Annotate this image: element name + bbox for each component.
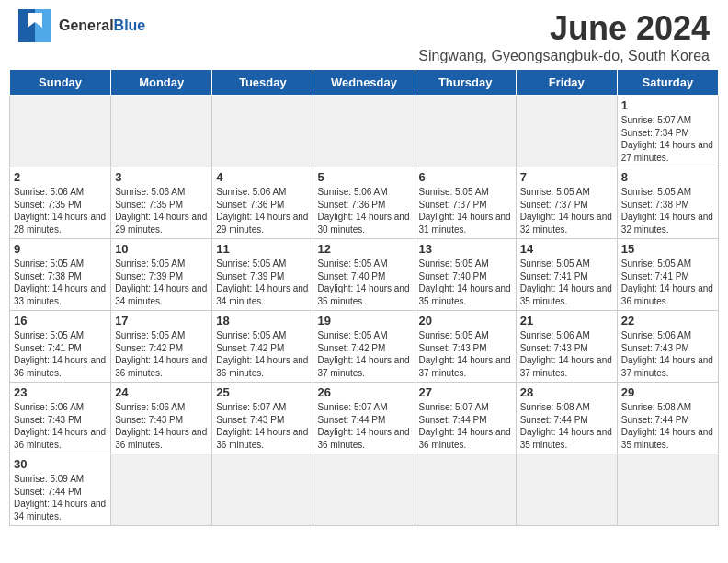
day-cell: 8Sunrise: 5:05 AMSunset: 7:38 PMDaylight…: [617, 167, 718, 239]
day-cell: 12Sunrise: 5:05 AMSunset: 7:40 PMDayligh…: [313, 239, 415, 311]
logo-text: GeneralBlue: [59, 17, 145, 34]
logo-icon: [18, 9, 51, 42]
day-info: Sunrise: 5:06 AMSunset: 7:35 PMDaylight:…: [115, 186, 208, 236]
day-info: Sunrise: 5:06 AMSunset: 7:43 PMDaylight:…: [115, 401, 208, 451]
day-info: Sunrise: 5:05 AMSunset: 7:41 PMDaylight:…: [520, 258, 613, 307]
week-row-2: 9Sunrise: 5:05 AMSunset: 7:38 PMDaylight…: [10, 239, 719, 311]
day-cell: 18Sunrise: 5:05 AMSunset: 7:42 PMDayligh…: [212, 311, 313, 383]
day-cell: 29Sunrise: 5:08 AMSunset: 7:44 PMDayligh…: [617, 383, 718, 454]
day-header-friday: Friday: [516, 70, 617, 96]
day-number: 14: [520, 242, 613, 256]
day-number: 29: [621, 385, 714, 399]
day-info: Sunrise: 5:06 AMSunset: 7:43 PMDaylight:…: [14, 401, 107, 451]
day-cell: 22Sunrise: 5:06 AMSunset: 7:43 PMDayligh…: [617, 311, 718, 383]
day-info: Sunrise: 5:06 AMSunset: 7:43 PMDaylight:…: [621, 329, 714, 379]
day-cell: [212, 454, 313, 526]
day-cell: 28Sunrise: 5:08 AMSunset: 7:44 PMDayligh…: [516, 383, 617, 454]
day-cell: 1Sunrise: 5:07 AMSunset: 7:34 PMDaylight…: [617, 96, 718, 167]
day-number: 20: [419, 314, 512, 327]
day-number: 2: [14, 170, 107, 184]
day-info: Sunrise: 5:06 AMSunset: 7:36 PMDaylight:…: [216, 186, 309, 236]
day-info: Sunrise: 5:05 AMSunset: 7:38 PMDaylight:…: [621, 186, 714, 236]
day-header-row: SundayMondayTuesdayWednesdayThursdayFrid…: [10, 70, 719, 96]
page-header: GeneralBlue June 2024 Singwang, Gyeongsa…: [0, 0, 728, 69]
day-number: 6: [419, 170, 512, 184]
day-number: 18: [216, 314, 309, 327]
week-row-3: 16Sunrise: 5:05 AMSunset: 7:41 PMDayligh…: [10, 311, 719, 383]
day-info: Sunrise: 5:05 AMSunset: 7:39 PMDaylight:…: [115, 258, 208, 307]
day-cell: 11Sunrise: 5:05 AMSunset: 7:39 PMDayligh…: [212, 239, 313, 311]
day-info: Sunrise: 5:08 AMSunset: 7:44 PMDaylight:…: [621, 401, 714, 451]
day-number: 8: [621, 170, 714, 184]
day-cell: 17Sunrise: 5:05 AMSunset: 7:42 PMDayligh…: [111, 311, 212, 383]
day-cell: [415, 454, 516, 526]
day-cell: 30Sunrise: 5:09 AMSunset: 7:44 PMDayligh…: [10, 454, 111, 526]
day-cell: 7Sunrise: 5:05 AMSunset: 7:37 PMDaylight…: [516, 167, 617, 239]
day-number: 30: [14, 457, 107, 471]
day-info: Sunrise: 5:05 AMSunset: 7:42 PMDaylight:…: [115, 329, 208, 379]
day-cell: 6Sunrise: 5:05 AMSunset: 7:37 PMDaylight…: [415, 167, 516, 239]
day-number: 9: [14, 242, 107, 256]
day-cell: 13Sunrise: 5:05 AMSunset: 7:40 PMDayligh…: [415, 239, 516, 311]
calendar-table: SundayMondayTuesdayWednesdayThursdayFrid…: [9, 69, 719, 526]
day-info: Sunrise: 5:06 AMSunset: 7:36 PMDaylight:…: [317, 186, 410, 236]
day-number: 10: [115, 242, 208, 256]
day-header-thursday: Thursday: [415, 70, 516, 96]
day-number: 22: [621, 314, 714, 327]
day-number: 3: [115, 170, 208, 184]
day-info: Sunrise: 5:05 AMSunset: 7:37 PMDaylight:…: [520, 186, 613, 236]
week-row-1: 2Sunrise: 5:06 AMSunset: 7:35 PMDaylight…: [10, 167, 719, 239]
day-cell: [313, 96, 415, 167]
day-info: Sunrise: 5:06 AMSunset: 7:43 PMDaylight:…: [520, 329, 613, 379]
day-cell: [617, 454, 718, 526]
logo: GeneralBlue: [18, 9, 145, 42]
day-info: Sunrise: 5:05 AMSunset: 7:42 PMDaylight:…: [216, 329, 309, 379]
day-info: Sunrise: 5:07 AMSunset: 7:44 PMDaylight:…: [419, 401, 512, 451]
day-header-wednesday: Wednesday: [313, 70, 415, 96]
day-cell: 25Sunrise: 5:07 AMSunset: 7:43 PMDayligh…: [212, 383, 313, 454]
day-cell: 20Sunrise: 5:05 AMSunset: 7:43 PMDayligh…: [415, 311, 516, 383]
day-cell: [516, 454, 617, 526]
day-header-monday: Monday: [111, 70, 212, 96]
day-cell: [111, 454, 212, 526]
week-row-5: 30Sunrise: 5:09 AMSunset: 7:44 PMDayligh…: [10, 454, 719, 526]
day-cell: 26Sunrise: 5:07 AMSunset: 7:44 PMDayligh…: [313, 383, 415, 454]
day-header-tuesday: Tuesday: [212, 70, 313, 96]
day-cell: [111, 96, 212, 167]
day-number: 28: [520, 385, 613, 399]
day-info: Sunrise: 5:07 AMSunset: 7:44 PMDaylight:…: [317, 401, 410, 451]
day-cell: 19Sunrise: 5:05 AMSunset: 7:42 PMDayligh…: [313, 311, 415, 383]
day-number: 23: [14, 385, 107, 399]
day-number: 11: [216, 242, 309, 256]
page-container: GeneralBlue June 2024 Singwang, Gyeongsa…: [0, 0, 728, 535]
day-number: 16: [14, 314, 107, 327]
day-cell: 14Sunrise: 5:05 AMSunset: 7:41 PMDayligh…: [516, 239, 617, 311]
day-cell: 4Sunrise: 5:06 AMSunset: 7:36 PMDaylight…: [212, 167, 313, 239]
day-cell: 3Sunrise: 5:06 AMSunset: 7:35 PMDaylight…: [111, 167, 212, 239]
day-cell: [10, 96, 111, 167]
day-header-saturday: Saturday: [617, 70, 718, 96]
day-cell: 15Sunrise: 5:05 AMSunset: 7:41 PMDayligh…: [617, 239, 718, 311]
day-info: Sunrise: 5:05 AMSunset: 7:39 PMDaylight:…: [216, 258, 309, 307]
day-cell: 24Sunrise: 5:06 AMSunset: 7:43 PMDayligh…: [111, 383, 212, 454]
day-info: Sunrise: 5:05 AMSunset: 7:42 PMDaylight:…: [317, 329, 410, 379]
day-number: 5: [317, 170, 410, 184]
day-number: 1: [621, 98, 714, 112]
day-info: Sunrise: 5:09 AMSunset: 7:44 PMDaylight:…: [14, 473, 107, 523]
day-info: Sunrise: 5:05 AMSunset: 7:41 PMDaylight:…: [14, 329, 107, 379]
day-header-sunday: Sunday: [10, 70, 111, 96]
day-cell: 27Sunrise: 5:07 AMSunset: 7:44 PMDayligh…: [415, 383, 516, 454]
location-subtitle: Singwang, Gyeongsangbuk-do, South Korea: [418, 48, 710, 64]
day-number: 13: [419, 242, 512, 256]
week-row-4: 23Sunrise: 5:06 AMSunset: 7:43 PMDayligh…: [10, 383, 719, 454]
day-info: Sunrise: 5:05 AMSunset: 7:38 PMDaylight:…: [14, 258, 107, 307]
day-number: 19: [317, 314, 410, 327]
day-cell: [415, 96, 516, 167]
day-number: 12: [317, 242, 410, 256]
day-info: Sunrise: 5:07 AMSunset: 7:34 PMDaylight:…: [621, 114, 714, 164]
month-year-title: June 2024: [418, 9, 710, 48]
day-cell: 9Sunrise: 5:05 AMSunset: 7:38 PMDaylight…: [10, 239, 111, 311]
day-info: Sunrise: 5:06 AMSunset: 7:35 PMDaylight:…: [14, 186, 107, 236]
day-number: 15: [621, 242, 714, 256]
day-number: 7: [520, 170, 613, 184]
